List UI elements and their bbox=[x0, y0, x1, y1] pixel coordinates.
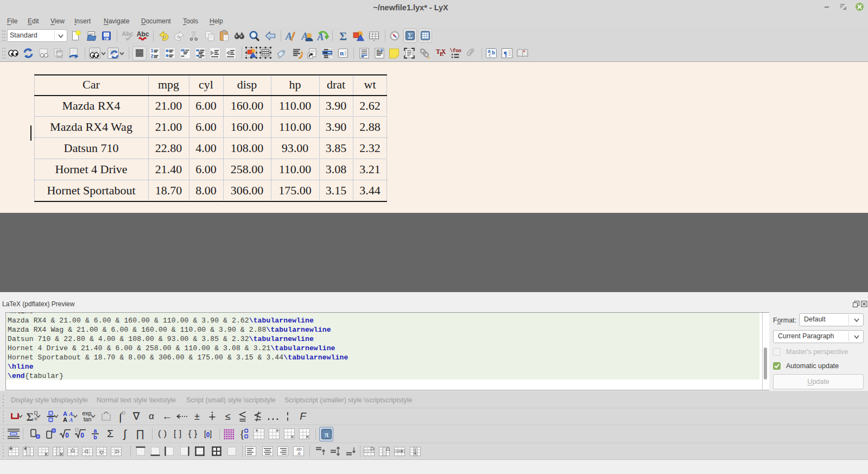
svg-text:∫: ∫ bbox=[118, 410, 123, 423]
svg-text:0: 0 bbox=[65, 432, 69, 439]
svg-text:π: π bbox=[325, 431, 329, 439]
svg-text:0: 0 bbox=[80, 432, 84, 439]
svg-text:X: X bbox=[441, 48, 446, 55]
svg-text:1: 1 bbox=[150, 48, 153, 53]
svg-text:Abc: Abc bbox=[122, 30, 134, 37]
svg-text:.0: .0 bbox=[297, 451, 301, 456]
svg-text:Abc: Abc bbox=[137, 30, 149, 38]
svg-text:Σ: Σ bbox=[408, 32, 413, 40]
svg-text:Σ: Σ bbox=[339, 30, 347, 43]
svg-text:n: n bbox=[340, 49, 344, 57]
svg-text:¶: ¶ bbox=[503, 49, 507, 58]
svg-text:b: b bbox=[93, 434, 97, 440]
svg-text:b: b bbox=[492, 50, 495, 55]
svg-text:A: A bbox=[63, 416, 67, 422]
svg-text:{: { bbox=[239, 428, 245, 440]
svg-text:a: a bbox=[94, 428, 97, 434]
svg-text:2: 2 bbox=[150, 53, 153, 59]
svg-text:0: 0 bbox=[206, 431, 210, 439]
svg-text:Σ: Σ bbox=[26, 411, 33, 422]
svg-text:\foo: \foo bbox=[450, 48, 462, 54]
